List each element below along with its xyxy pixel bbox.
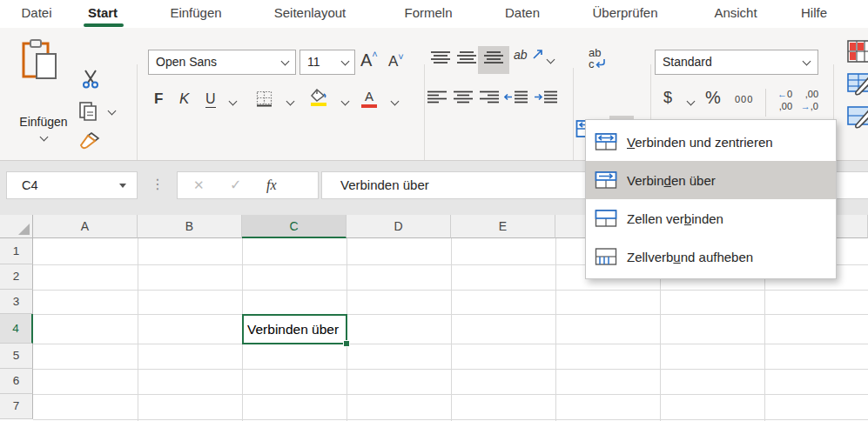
font-name-combo[interactable]: Open Sans [148, 50, 296, 75]
tab-hilfe[interactable]: Hilfe [801, 0, 827, 28]
merge-and-center-icon [595, 132, 617, 151]
increase-indent-button[interactable] [534, 90, 558, 104]
column-header-D[interactable]: D [347, 215, 451, 238]
align-center-button[interactable] [453, 90, 474, 104]
decrease-indent-icon [504, 90, 528, 104]
grid-line [33, 419, 868, 420]
font-size-chevron[interactable] [341, 57, 350, 66]
cell-styles-icon [847, 106, 868, 129]
font-color-button[interactable]: A [361, 89, 377, 108]
cell-styles-button[interactable] [847, 106, 868, 129]
row-header-1[interactable]: 1 [0, 238, 33, 264]
wrap-text-button[interactable]: ab c [589, 47, 606, 70]
align-top-button[interactable] [430, 50, 451, 66]
align-middle-button[interactable] [456, 50, 477, 66]
font-size-value: 11 [307, 50, 320, 74]
row-header-5[interactable]: 5 [0, 344, 33, 369]
row-header-6[interactable]: 6 [0, 369, 33, 394]
row-header-3[interactable]: 3 [0, 290, 33, 314]
font-size-combo[interactable]: 11 [299, 50, 355, 75]
fill-color-dropdown-chevron[interactable] [341, 97, 350, 106]
font-color-dropdown-chevron[interactable] [391, 97, 400, 106]
menu-item-label: Verbinden über [627, 173, 716, 188]
decrease-decimal-top: ,00 [797, 88, 818, 100]
active-tab-underline [84, 23, 124, 27]
tab-seitenlayout[interactable]: Seitenlayout [274, 0, 347, 28]
menu-item-merge-across[interactable]: Verbinden über [586, 161, 836, 199]
cut-button[interactable] [81, 70, 100, 89]
row-header-4[interactable]: 4 [0, 314, 33, 344]
tab-formeln[interactable]: Formeln [404, 0, 452, 28]
align-bottom-button[interactable] [483, 50, 504, 66]
column-header-C[interactable]: C [242, 215, 347, 238]
column-header-B[interactable]: B [138, 215, 242, 238]
font-name-chevron[interactable] [281, 57, 290, 66]
menu-item-label: Zellen verbinden [627, 211, 723, 226]
tab-daten[interactable]: Daten [505, 0, 540, 28]
currency-dropdown-chevron[interactable] [687, 97, 696, 106]
font-color-bar [361, 104, 377, 108]
bold-button[interactable]: F [154, 90, 163, 108]
borders-dropdown-chevron[interactable] [286, 97, 295, 106]
currency-button[interactable]: $ [663, 89, 672, 107]
name-box[interactable]: C4 [6, 171, 138, 199]
menu-item-merge-cells[interactable]: Zellen verbinden [586, 199, 836, 237]
number-format-combo[interactable]: Standard [655, 50, 818, 75]
active-cell-selection[interactable] [242, 314, 347, 344]
menu-item-merge-and-center[interactable]: Verbinden und zentrieren [586, 123, 836, 161]
tab-ueberpruefen[interactable]: Überprüfen [592, 0, 657, 28]
paste-button[interactable] [21, 38, 59, 82]
tab-einfuegen[interactable]: Einfügen [170, 0, 221, 28]
tab-datei[interactable]: Datei [21, 0, 51, 28]
clipboard-paste-icon [21, 38, 59, 82]
underline-dropdown-chevron[interactable] [229, 97, 238, 106]
fill-color-button[interactable] [310, 89, 329, 106]
number-format-chevron[interactable] [803, 57, 811, 66]
decrease-indent-button[interactable] [504, 90, 528, 104]
formula-bar-grip-icon[interactable]: ⋮ [151, 165, 165, 204]
grow-font-button[interactable]: A˄ [360, 49, 378, 70]
align-right-button[interactable] [479, 90, 500, 104]
shrink-caret-icon: ˅ [398, 51, 403, 62]
percent-style-button[interactable]: % [705, 88, 721, 108]
font-name-value: Open Sans [156, 50, 217, 74]
name-box-dropdown-icon[interactable] [119, 184, 126, 188]
excel-window: Datei Start Einfügen Seitenlayout Formel… [0, 0, 868, 421]
row-header-7[interactable]: 7 [0, 394, 33, 419]
shrink-font-letter: A [388, 53, 398, 70]
tab-ansicht[interactable]: Ansicht [714, 0, 757, 28]
ribbon-tab-bar: Datei Start Einfügen Seitenlayout Formel… [0, 0, 868, 28]
format-as-table-button[interactable] [847, 73, 868, 96]
fill-handle[interactable] [343, 340, 350, 347]
borders-button[interactable] [256, 90, 273, 107]
paste-dropdown-chevron[interactable] [40, 133, 49, 142]
increase-decimal-low: ,00 [771, 100, 792, 112]
increase-decimal-button[interactable]: ←0 ,00 [771, 88, 792, 112]
underline-button[interactable]: U [205, 90, 216, 108]
column-header-A[interactable]: A [33, 215, 138, 238]
copy-dropdown-chevron[interactable] [108, 107, 117, 116]
copy-button[interactable] [78, 101, 99, 122]
align-left-button[interactable] [427, 90, 447, 104]
row-header-2[interactable]: 2 [0, 264, 33, 290]
orientation-letters: ab [514, 48, 528, 62]
select-all-button[interactable] [0, 215, 33, 238]
decrease-decimal-button[interactable]: ,00 →,0 [797, 88, 818, 112]
shrink-font-button[interactable]: A˅ [388, 51, 404, 70]
insert-function-button[interactable]: fx [266, 172, 277, 198]
menu-item-unmerge-cells[interactable]: Zellverbund aufheben [586, 237, 836, 276]
italic-button[interactable]: K [179, 90, 189, 108]
cancel-button[interactable]: ✕ [193, 172, 205, 198]
decrease-decimal-arrow: → [801, 101, 811, 111]
orientation-button[interactable]: ab [514, 47, 544, 63]
format-painter-button[interactable] [79, 131, 100, 150]
paste-button-label[interactable]: Einfügen [5, 115, 82, 129]
enter-button[interactable]: ✓ [230, 172, 241, 198]
column-header-E[interactable]: E [451, 215, 555, 238]
copy-icon [78, 101, 99, 122]
wrap-return-arrow-icon [595, 59, 606, 69]
conditional-formatting-button[interactable] [847, 40, 868, 63]
orientation-dropdown-chevron[interactable] [547, 56, 555, 64]
merge-dropdown-menu: Verbinden und zentrieren Verbinden über … [585, 119, 837, 279]
comma-style-button[interactable]: 000 [735, 94, 753, 104]
